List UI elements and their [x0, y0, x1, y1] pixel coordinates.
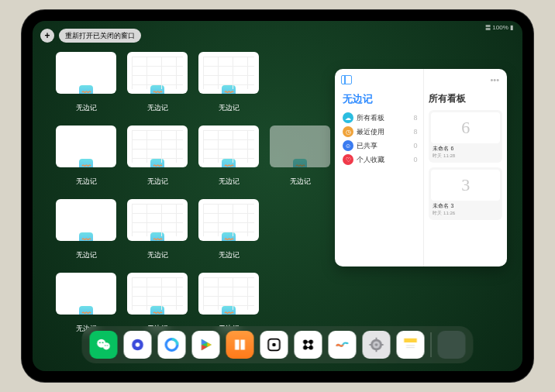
- tile-preview: [56, 273, 116, 315]
- dock-app-settings[interactable]: [363, 331, 391, 359]
- svg-marker-12: [207, 342, 212, 347]
- freeform-app-icon: [150, 159, 164, 167]
- new-window-button[interactable]: +: [40, 29, 54, 43]
- app-switcher-tile[interactable]: 无边记: [56, 273, 116, 334]
- freeform-app-icon: [150, 85, 164, 94]
- freeform-app-icon: [79, 159, 93, 167]
- sidebar-category-row[interactable]: ☁ 所有看板 8: [343, 111, 417, 125]
- freeform-app-icon: [79, 306, 93, 315]
- sidebar-title: 无边记: [343, 92, 417, 106]
- window-more-icon[interactable]: •••: [490, 75, 499, 84]
- tile-preview: [270, 126, 330, 167]
- app-switcher-tile[interactable]: 无边记: [198, 199, 259, 260]
- dock-app-notes[interactable]: [397, 331, 425, 359]
- tile-preview: [127, 273, 188, 315]
- tile-label: 无边记: [76, 103, 97, 113]
- category-icon: ☁: [343, 112, 353, 123]
- tile-label: 无边记: [147, 103, 168, 113]
- tile-label: 无边记: [219, 177, 240, 187]
- dock-app-flomo[interactable]: [295, 331, 322, 359]
- dock-divider: [431, 332, 432, 357]
- svg-point-3: [102, 342, 104, 343]
- tile-preview: [198, 126, 259, 167]
- freeform-content: 所有看板 6 未命名 6 昨天 11:283 未命名 3 昨天 11:26: [424, 69, 507, 266]
- svg-point-4: [105, 345, 105, 346]
- tile-preview: [198, 199, 259, 241]
- svg-point-5: [107, 345, 108, 346]
- app-switcher-tile[interactable]: 无边记: [56, 52, 116, 113]
- dock-app-qqbrowser[interactable]: [158, 331, 186, 359]
- board-card[interactable]: 3 未命名 3 昨天 11:26: [429, 167, 502, 220]
- dock-app-books[interactable]: [226, 331, 254, 359]
- sidebar-toggle-icon[interactable]: [341, 75, 352, 84]
- dock-app-play[interactable]: [192, 331, 220, 359]
- tile-label: 无边记: [76, 250, 97, 260]
- category-icon: ♡: [343, 154, 353, 165]
- sidebar-category-row[interactable]: ☺ 已共享 0: [343, 139, 417, 153]
- dock-recent-apps[interactable]: [438, 331, 466, 359]
- app-switcher-tile[interactable]: 无边记: [127, 199, 188, 260]
- category-icon: ☺: [343, 140, 353, 151]
- board-subtitle: 昨天 11:28: [431, 153, 500, 160]
- app-switcher-tile[interactable]: 无边记: [198, 52, 259, 113]
- app-switcher-tile[interactable]: 无边记: [198, 273, 259, 334]
- board-thumbnail: 3: [431, 170, 500, 201]
- tile-preview: [56, 52, 116, 94]
- app-switcher-tile[interactable]: 无边记: [198, 126, 259, 187]
- tile-label: 无边记: [219, 103, 240, 113]
- content-title: 所有看板: [429, 92, 502, 105]
- sidebar-category-row[interactable]: ◷ 最近使用 8: [343, 125, 417, 139]
- app-switcher-tile[interactable]: 无边记: [127, 52, 188, 113]
- dock-app-wechat[interactable]: [90, 331, 118, 359]
- app-switcher-tile[interactable]: 无边记: [56, 199, 116, 260]
- freeform-sidebar: 无边记 ☁ 所有看板 8◷ 最近使用 8☺ 已共享 0♡ 个人收藏 0: [335, 69, 424, 266]
- board-card[interactable]: 6 未命名 6 昨天 11:28: [429, 110, 502, 163]
- tile-preview: [127, 199, 188, 241]
- freeform-app-icon: [222, 85, 236, 94]
- svg-point-14: [272, 343, 276, 347]
- board-title: 未命名 6: [431, 143, 500, 153]
- category-label: 已共享: [357, 141, 410, 151]
- board-title: 未命名 3: [431, 201, 500, 210]
- category-count: 0: [413, 142, 417, 150]
- svg-rect-27: [404, 342, 417, 351]
- category-label: 个人收藏: [357, 155, 410, 165]
- category-count: 8: [413, 114, 417, 122]
- category-count: 0: [413, 156, 417, 163]
- app-switcher-tile[interactable]: 无边记: [127, 126, 188, 187]
- freeform-app-icon: [79, 85, 93, 94]
- freeform-window[interactable]: ••• 无边记 ☁ 所有看板 8◷ 最近使用 8☺ 已共享 0♡ 个人收藏 0 …: [335, 69, 507, 266]
- tile-label: 无边记: [219, 250, 240, 260]
- freeform-app-icon: [293, 159, 307, 167]
- freeform-app-icon: [150, 232, 164, 241]
- category-label: 最近使用: [357, 127, 410, 137]
- board-thumbnail: 6: [431, 112, 500, 143]
- tile-label: 无边记: [76, 177, 97, 187]
- svg-point-21: [375, 343, 378, 346]
- dock-app-dice[interactable]: [260, 331, 288, 359]
- category-icon: ◷: [343, 126, 353, 137]
- tile-label: 无边记: [290, 177, 311, 187]
- app-switcher-tile[interactable]: 无边记: [270, 126, 330, 187]
- freeform-app-icon: [79, 232, 93, 241]
- dock: [82, 326, 474, 363]
- freeform-app-icon: [222, 232, 236, 241]
- svg-point-2: [99, 342, 101, 343]
- app-switcher-tile[interactable]: 无边记: [127, 273, 188, 334]
- app-switcher-tile[interactable]: 无边记: [56, 126, 116, 187]
- topbar: + 重新打开已关闭的窗口: [40, 29, 141, 43]
- dock-app-quark[interactable]: [124, 331, 152, 359]
- board-subtitle: 昨天 11:26: [431, 210, 500, 218]
- tile-preview: [127, 52, 188, 94]
- category-label: 所有看板: [357, 113, 410, 123]
- freeform-app-icon: [222, 306, 236, 315]
- tile-preview: [198, 52, 259, 94]
- tile-preview: [198, 273, 259, 315]
- tile-label: 无边记: [147, 177, 168, 187]
- freeform-app-icon: [222, 159, 236, 167]
- svg-rect-26: [404, 339, 417, 343]
- sidebar-category-row[interactable]: ♡ 个人收藏 0: [343, 153, 417, 167]
- reopen-closed-window-button[interactable]: 重新打开已关闭的窗口: [59, 29, 141, 43]
- dock-app-freeform[interactable]: [329, 331, 357, 359]
- tile-preview: [56, 199, 116, 241]
